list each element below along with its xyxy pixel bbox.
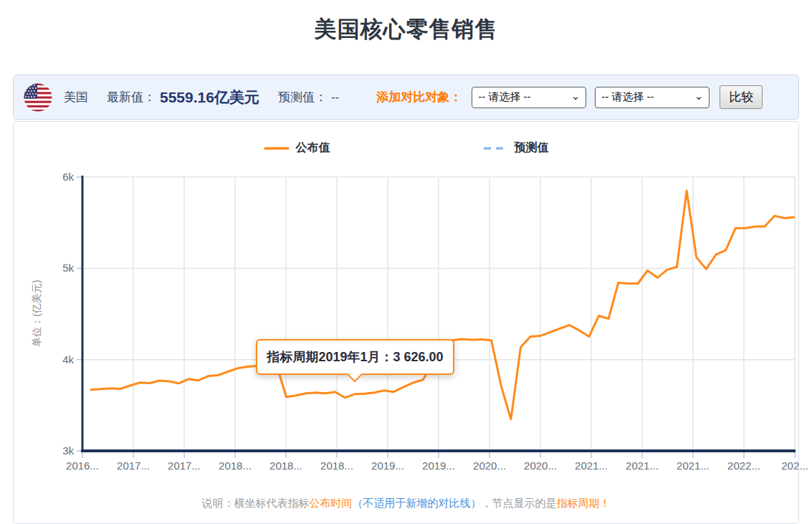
chart-panel <box>13 121 799 524</box>
footer-note-parenthetical: （不适用于新增的对比线） <box>353 497 482 509</box>
compare-select-1[interactable]: -- 请选择 -- ⌄ <box>472 87 586 108</box>
page-title: 美国核心零售销售 <box>0 14 812 44</box>
add-compare-label: 添加对比对象： <box>376 89 462 105</box>
chevron-down-icon: ⌄ <box>571 90 581 101</box>
compare-select-2[interactable]: -- 请选择 -- ⌄ <box>595 87 710 108</box>
footer-note-publish-time: 公布时间 <box>310 497 353 509</box>
footer-note-indicator-period: 指标周期！ <box>557 497 611 509</box>
latest-value: 5559.16亿美元 <box>160 87 259 108</box>
latest-value-label: 最新值： <box>107 89 156 105</box>
legend-item-forecast[interactable]: 预测值 <box>482 140 549 156</box>
tooltip-text: 指标周期2019年1月：3 626.00 <box>267 348 443 366</box>
footer-note-text: 说明：横坐标代表指标 <box>202 497 310 509</box>
chevron-down-icon: ⌄ <box>694 90 704 101</box>
y-axis-unit-label: 单位：(亿美元) <box>31 256 44 371</box>
compare-select-2-value: -- 请选择 -- <box>601 90 654 104</box>
compare-button[interactable]: 比较 <box>720 85 763 109</box>
chart-legend: 公布值 预测值 <box>0 140 812 156</box>
legend-item-published[interactable]: 公布值 <box>264 140 330 156</box>
data-point-tooltip: 指标周期2019年1月：3 626.00 <box>256 339 454 375</box>
footer-note-text: ，节点显示的是 <box>482 497 557 509</box>
footer-note: 说明：横坐标代表指标公布时间（不适用于新增的对比线），节点显示的是指标周期！ <box>0 497 812 510</box>
published-line-swatch-icon <box>264 146 290 151</box>
forecast-value: -- <box>331 90 339 105</box>
legend-published-label: 公布值 <box>296 140 330 156</box>
compare-select-1-value: -- 请选择 -- <box>478 90 530 104</box>
country-label: 美国 <box>64 89 88 105</box>
forecast-value-label: 预测值： <box>278 89 327 105</box>
legend-forecast-label: 预测值 <box>515 140 549 156</box>
us-flag-icon <box>24 83 52 112</box>
forecast-line-swatch-icon <box>482 146 508 151</box>
header-bar: 美国 最新值： 5559.16亿美元 预测值： -- 添加对比对象： -- 请选… <box>13 75 799 120</box>
